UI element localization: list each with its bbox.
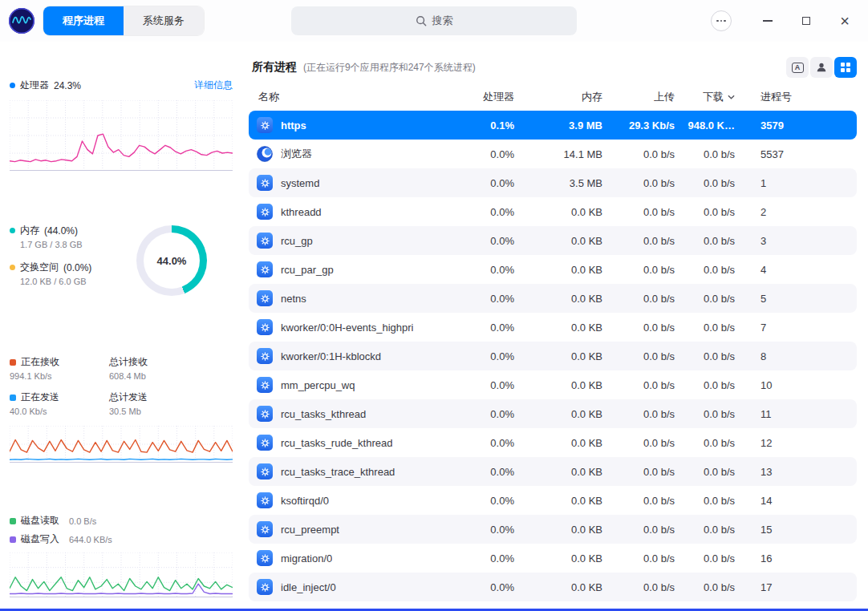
swap-summary: 交换空间 (0.0%) [10, 261, 136, 274]
recv-bullet-icon [10, 359, 16, 366]
process-name: kworker/0:1H-kblockd [281, 350, 381, 362]
process-cpu: 0.0% [444, 379, 524, 391]
process-download: 0.0 b/s [684, 148, 744, 160]
table-row[interactable]: ksoftirqd/0 0.0% 0.0 KB 0.0 b/s 0.0 b/s … [249, 486, 857, 515]
memory-donut-chart: 44.0% [136, 225, 207, 296]
maximize-button[interactable] [793, 9, 820, 33]
process-gear-icon [257, 348, 273, 364]
process-memory: 0.0 KB [524, 264, 612, 276]
process-memory: 0.0 KB [524, 379, 612, 391]
column-pid[interactable]: 进程号 [744, 90, 857, 104]
send-bullet-icon [10, 395, 16, 401]
process-download: 0.0 b/s [684, 293, 744, 305]
net-total-send: 总计发送 30.5 Mb [109, 390, 209, 416]
user-processes-button[interactable] [810, 57, 833, 78]
process-pid: 2 [744, 206, 857, 218]
search-icon [416, 15, 427, 26]
process-gear-icon [257, 579, 273, 595]
column-upload[interactable]: 上传 [612, 90, 684, 104]
process-cpu: 0.0% [444, 148, 524, 160]
process-gear-icon [257, 319, 273, 335]
table-row[interactable]: rcu_gp 0.0% 0.0 KB 0.0 b/s 0.0 b/s 3 [249, 226, 857, 255]
process-cpu: 0.0% [444, 322, 524, 334]
process-download: 0.0 b/s [684, 322, 744, 334]
process-memory: 0.0 KB [524, 293, 612, 305]
process-cpu: 0.0% [444, 350, 524, 362]
text-view-button[interactable]: A [786, 57, 809, 78]
process-gear-icon [257, 261, 273, 277]
process-name: rcu_gp [281, 235, 313, 247]
process-name: rcu_tasks_kthread [281, 408, 366, 420]
process-cpu: 0.0% [444, 524, 524, 536]
search-input[interactable]: 搜索 [291, 6, 577, 35]
table-row[interactable]: rcu_tasks_kthread 0.0% 0.0 KB 0.0 b/s 0.… [249, 399, 857, 428]
process-pid: 15 [744, 524, 857, 536]
memory-percent: (44.0%) [44, 225, 78, 237]
process-memory: 0.0 KB [524, 408, 612, 420]
process-pid: 10 [744, 379, 857, 391]
table-row[interactable]: rcu_tasks_trace_kthread 0.0% 0.0 KB 0.0 … [249, 457, 857, 486]
process-pid: 4 [744, 264, 857, 276]
close-button[interactable]: × [831, 9, 858, 33]
send-label: 正在发送 [21, 390, 59, 404]
table-row[interactable]: migration/0 0.0% 0.0 KB 0.0 b/s 0.0 b/s … [249, 544, 857, 573]
column-name[interactable]: 名称 [249, 90, 444, 104]
network-chart [10, 426, 233, 463]
process-upload: 0.0 b/s [612, 148, 684, 160]
process-upload: 0.0 b/s [612, 350, 684, 362]
process-cpu: 0.0% [444, 466, 524, 478]
window-controls: × [711, 9, 858, 33]
table-row[interactable]: mm_percpu_wq 0.0% 0.0 KB 0.0 b/s 0.0 b/s… [249, 370, 857, 399]
process-name: idle_inject/0 [281, 581, 336, 593]
column-download[interactable]: 下载 [684, 90, 744, 104]
process-name: migration/0 [281, 552, 332, 564]
page-subtitle: (正在运行9个应用程序和247个系统进程) [303, 61, 476, 75]
table-row[interactable]: kthreadd 0.0% 0.0 KB 0.0 b/s 0.0 b/s 2 [249, 197, 857, 226]
process-pid: 14 [744, 495, 857, 507]
process-upload: 0.0 b/s [612, 524, 684, 536]
minimize-button[interactable] [754, 9, 781, 33]
process-pid: 3 [744, 235, 857, 247]
process-download: 0.0 b/s [684, 524, 744, 536]
tab-processes[interactable]: 程序进程 [43, 6, 124, 35]
send-value: 40.0 Kb/s [10, 407, 109, 416]
recv-value: 994.1 Kb/s [10, 371, 109, 381]
table-row[interactable]: https 0.1% 3.9 MB 29.3 Kb/s 948.0 K… 357… [249, 111, 857, 140]
disk-block: 磁盘读取 0.0 B/s 磁盘写入 644.0 KB/s [10, 514, 233, 597]
process-download: 0.0 b/s [684, 437, 744, 449]
column-cpu[interactable]: 处理器 [444, 90, 524, 104]
table-row[interactable]: rcu_preempt 0.0% 0.0 KB 0.0 b/s 0.0 b/s … [249, 515, 857, 544]
process-name: 浏览器 [281, 147, 312, 161]
column-memory[interactable]: 内存 [524, 90, 612, 104]
browser-icon [257, 146, 273, 162]
process-upload: 0.0 b/s [612, 177, 684, 189]
process-pid: 16 [744, 552, 857, 564]
table-row[interactable]: systemd 0.0% 3.5 MB 0.0 b/s 0.0 b/s 1 [249, 168, 857, 197]
menu-button[interactable] [711, 10, 732, 31]
process-upload: 0.0 b/s [612, 552, 684, 564]
swap-bullet-icon [10, 265, 15, 270]
process-cpu: 0.0% [444, 206, 524, 218]
table-row[interactable]: rcu_tasks_rude_kthread 0.0% 0.0 KB 0.0 b… [249, 428, 857, 457]
process-name: ksoftirqd/0 [281, 495, 329, 507]
table-row[interactable]: netns 0.0% 0.0 KB 0.0 b/s 0.0 b/s 5 [249, 284, 857, 313]
table-row[interactable]: kworker/0:0H-events_highpri 0.0% 0.0 KB … [249, 313, 857, 342]
recv-label: 正在接收 [21, 355, 59, 369]
cpu-details-link[interactable]: 详细信息 [194, 79, 233, 92]
app-logo [8, 7, 35, 34]
tab-services[interactable]: 系统服务 [124, 6, 204, 35]
process-memory: 0.0 KB [524, 466, 612, 478]
process-download: 948.0 K… [684, 119, 744, 132]
swap-usage: 12.0 KB / 6.0 GB [20, 277, 136, 286]
process-panel: 所有进程 (正在运行9个应用程序和247个系统进程) A 名称 处理器 内存 上… [242, 42, 868, 609]
table-row[interactable]: idle_inject/0 0.0% 0.0 KB 0.0 b/s 0.0 b/… [249, 573, 857, 601]
all-processes-button[interactable] [834, 57, 857, 78]
table-row[interactable]: 浏览器 0.0% 14.1 MB 0.0 b/s 0.0 b/s 5537 [249, 140, 857, 168]
net-send: 正在发送 40.0 Kb/s [10, 390, 109, 416]
process-memory: 0.0 KB [524, 235, 612, 247]
table-row[interactable]: rcu_par_gp 0.0% 0.0 KB 0.0 b/s 0.0 b/s 4 [249, 255, 857, 284]
net-total-recv: 总计接收 608.4 Mb [109, 355, 209, 381]
mode-tabs: 程序进程 系统服务 [43, 6, 204, 35]
process-download: 0.0 b/s [684, 379, 744, 391]
table-row[interactable]: kworker/0:1H-kblockd 0.0% 0.0 KB 0.0 b/s… [249, 342, 857, 370]
